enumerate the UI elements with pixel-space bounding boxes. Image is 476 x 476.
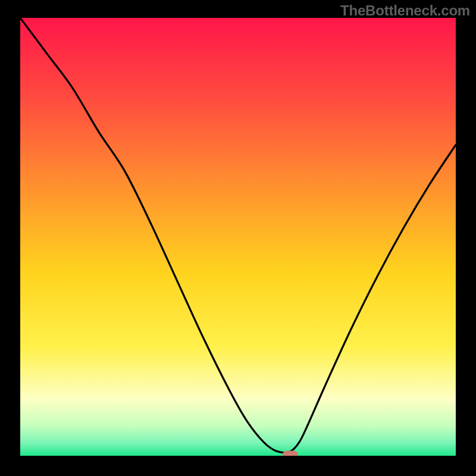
plot-background [20, 18, 456, 456]
bottleneck-chart: TheBottleneck.com [0, 0, 476, 476]
chart-svg [0, 0, 476, 476]
watermark-text: TheBottleneck.com [340, 2, 470, 19]
optimal-marker [283, 451, 298, 459]
